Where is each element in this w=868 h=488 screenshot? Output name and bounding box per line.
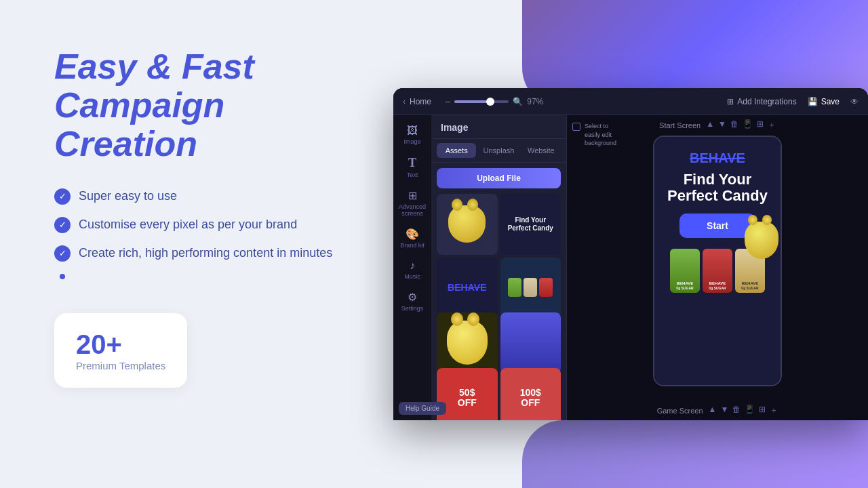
image-cell-gummy-large[interactable] [437, 312, 498, 373]
panel-header: Image [431, 115, 566, 139]
image-grid: Find Your Perfect Candy BEHAVE [431, 194, 566, 420]
gummy-large-image [447, 321, 488, 365]
templates-card: 20+ Premium Templates [54, 313, 187, 388]
eye-icon: 👁 [850, 97, 859, 106]
bg-decoration-bottom [522, 420, 868, 488]
app-window: ‹ Home − 🔍 97% ⊞ Add Integrations 💾 Save… [393, 88, 868, 420]
check-icon-2: ✓ [54, 217, 71, 233]
game-screen-label: Game Screen ▲ ▼ 🗑 📱 ⊞ ＋ [657, 405, 778, 416]
brandkit-icon: 🎨 [406, 228, 419, 241]
products-container: BEHAVE0g SUGAR BEHAVE0g SUGAR BEHAVE0g S… [670, 249, 765, 293]
feature-item-2: ✓ Customise every pixel as per your bran… [54, 217, 359, 233]
phone-mockup: BEHAVE Find YourPerfect Candy Start BEHA… [653, 136, 782, 386]
tab-website[interactable]: Website [521, 143, 561, 158]
features-list: ✓ Super easy to use ✓ Customise every pi… [54, 188, 359, 279]
mobile-icon[interactable]: 📱 [743, 119, 753, 131]
game-add-icon[interactable]: ＋ [770, 405, 778, 416]
game-screen-actions: ▲ ▼ 🗑 📱 ⊞ ＋ [709, 405, 778, 416]
home-link[interactable]: Home [410, 97, 431, 106]
bullet-dot [60, 274, 65, 279]
tab-unsplash[interactable]: Unsplash [479, 143, 518, 158]
chevron-up-icon[interactable]: ▲ [706, 119, 714, 131]
zoom-icon: 🔍 [513, 97, 523, 106]
phone-headline: Find YourPerfect Candy [667, 171, 768, 204]
100off-text: 100$OFF [520, 388, 541, 409]
gummy-bear-floating [745, 222, 778, 259]
pkg-green: BEHAVE0g SUGAR [670, 249, 700, 293]
topbar-zoom: − 🔍 97% [445, 96, 543, 107]
image-panel: Image Assets Unsplash Website Upload Fil… [431, 115, 567, 420]
app-body: 🖼 Image T Text ⊞ Advanced screens 🎨 Bran… [393, 115, 868, 420]
product-packages [508, 278, 553, 297]
feature-item-1: ✓ Super easy to use [54, 188, 359, 205]
pkg-red: BEHAVE0g SUGAR [703, 249, 732, 293]
save-button[interactable]: 💾 Save [808, 97, 840, 106]
expand-icon[interactable]: ⊞ [757, 119, 764, 131]
screen-label-actions: ▲ ▼ 🗑 📱 ⊞ ＋ [706, 119, 776, 131]
image-cell-find-candy[interactable]: Find Your Perfect Candy [500, 194, 561, 255]
headline: Easy & Fast Campaign Creation [54, 47, 359, 164]
sidebar-item-advanced[interactable]: ⊞ Advanced screens [396, 185, 429, 221]
canvas-area[interactable]: Start Screen ▲ ▼ 🗑 📱 ⊞ ＋ Select toeasily… [567, 115, 868, 420]
topbar-nav[interactable]: ‹ Home [403, 97, 431, 106]
game-expand-icon[interactable]: ⊞ [759, 405, 766, 416]
sidebar-item-brandkit[interactable]: 🎨 Brand kit [396, 224, 429, 253]
behave-logo-dark: BEHAVE [448, 282, 486, 293]
add-icon[interactable]: ＋ [768, 119, 776, 131]
panel-tabs: Assets Unsplash Website [431, 139, 566, 163]
chevron-down-icon[interactable]: ▼ [718, 119, 726, 131]
sidebar-item-text[interactable]: T Text [396, 152, 429, 182]
gummy-bear-image [448, 205, 486, 243]
upload-file-button[interactable]: Upload File [437, 168, 561, 188]
phone-content: BEHAVE Find YourPerfect Candy Start BEHA… [654, 137, 781, 385]
tab-assets[interactable]: Assets [437, 143, 476, 158]
game-trash-icon[interactable]: 🗑 [732, 405, 741, 416]
preview-button[interactable]: 👁 [850, 97, 859, 106]
image-cell-gradient[interactable] [500, 312, 561, 373]
start-screen-label: Start Screen ▲ ▼ 🗑 📱 ⊞ ＋ [659, 119, 776, 131]
trash-icon[interactable]: 🗑 [730, 119, 738, 131]
game-chevron-down-icon[interactable]: ▼ [720, 405, 728, 416]
text-icon: T [408, 156, 416, 170]
game-chevron-up-icon[interactable]: ▲ [709, 405, 717, 416]
sidebar-item-settings[interactable]: ⚙ Settings [396, 287, 429, 316]
back-chevron-icon: ‹ [403, 97, 406, 106]
image-icon: 🖼 [407, 125, 418, 137]
zoom-minus-icon[interactable]: − [445, 96, 450, 107]
zoom-slider[interactable] [454, 100, 509, 103]
puzzle-icon: ⊞ [727, 97, 734, 106]
music-icon: ♪ [410, 260, 415, 272]
image-cell-100off[interactable]: 100$OFF [500, 368, 561, 421]
select-bg-helper: Select toeasily editbackground [572, 122, 616, 148]
save-icon: 💾 [808, 97, 818, 106]
select-bg-checkbox[interactable] [572, 123, 580, 131]
screens-icon: ⊞ [408, 189, 417, 202]
templates-number: 20+ [76, 329, 165, 360]
50off-text: 50$OFF [458, 388, 477, 409]
check-icon-3: ✓ [54, 245, 71, 262]
templates-label: Premium Templates [76, 360, 165, 371]
app-topbar: ‹ Home − 🔍 97% ⊞ Add Integrations 💾 Save… [393, 88, 868, 115]
image-cell-behave-products[interactable] [500, 258, 561, 319]
image-cell-behave-dark[interactable]: BEHAVE [437, 258, 498, 319]
feature-bullet [54, 274, 359, 279]
zoom-slider-thumb [486, 98, 494, 106]
settings-icon: ⚙ [408, 291, 417, 304]
sidebar-item-music[interactable]: ♪ Music [396, 256, 429, 284]
image-cell-gummy[interactable] [437, 194, 498, 255]
feature-item-3: ✓ Create rich, high performing content i… [54, 245, 359, 262]
topbar-actions: ⊞ Add Integrations 💾 Save 👁 [727, 97, 859, 106]
game-mobile-icon[interactable]: 📱 [745, 405, 755, 416]
zoom-value: 97% [527, 97, 543, 106]
add-integrations-button[interactable]: ⊞ Add Integrations [727, 97, 796, 106]
help-guide-button[interactable]: Help Guide [399, 402, 446, 415]
find-candy-text: Find Your Perfect Candy [506, 216, 556, 232]
phone-products: BEHAVE0g SUGAR BEHAVE0g SUGAR BEHAVE0g S… [670, 249, 765, 293]
sidebar-icons: 🖼 Image T Text ⊞ Advanced screens 🎨 Bran… [393, 115, 431, 420]
left-panel: Easy & Fast Campaign Creation ✓ Super ea… [0, 0, 393, 488]
phone-brand: BEHAVE [690, 150, 745, 166]
select-bg-text: Select toeasily editbackground [585, 122, 616, 148]
zoom-slider-fill [454, 100, 487, 103]
check-icon-1: ✓ [54, 188, 71, 205]
sidebar-item-image[interactable]: 🖼 Image [396, 121, 429, 149]
